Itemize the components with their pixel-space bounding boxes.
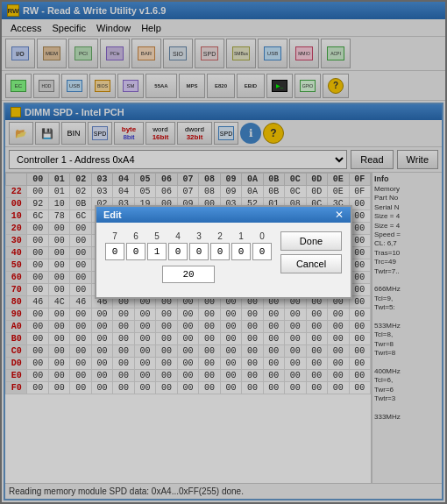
- bit-label: 4: [168, 231, 188, 241]
- bit-label: 5: [147, 231, 167, 241]
- dialog-title-bar: Edit ✕: [96, 207, 351, 223]
- bit-label: 2: [210, 231, 230, 241]
- dialog-title-text: Edit: [103, 209, 122, 220]
- value-input[interactable]: 20: [162, 266, 215, 283]
- bit-cell[interactable]: 1: [147, 243, 167, 260]
- value-input-container: 20: [105, 266, 272, 283]
- bit-cell[interactable]: 0: [210, 243, 230, 260]
- dialog-inner: 76543210 00100000 20 Done Cancel: [96, 223, 351, 297]
- bit-cell[interactable]: 0: [231, 243, 251, 260]
- dialog-close-btn[interactable]: ✕: [335, 209, 344, 220]
- bit-cell[interactable]: 0: [168, 243, 188, 260]
- bit-headers: 76543210: [105, 231, 272, 241]
- bit-label: 7: [105, 231, 124, 241]
- edit-dialog: Edit ✕ 76543210 00100000 20 Done Cancel: [95, 205, 352, 299]
- bit-cell[interactable]: 0: [189, 243, 209, 260]
- bit-label: 3: [189, 231, 209, 241]
- bit-cell[interactable]: 0: [126, 243, 145, 260]
- bit-cell[interactable]: 0: [252, 243, 272, 260]
- bit-label: 0: [252, 231, 272, 241]
- bit-label: 1: [231, 231, 251, 241]
- cancel-btn[interactable]: Cancel: [280, 254, 342, 273]
- edit-dialog-overlay: Edit ✕ 76543210 00100000 20 Done Cancel: [2, 2, 445, 502]
- bit-label: 6: [126, 231, 145, 241]
- bit-values-row: 00100000: [105, 243, 272, 260]
- dialog-buttons: Done Cancel: [280, 231, 342, 273]
- done-btn[interactable]: Done: [280, 231, 342, 251]
- bit-cell[interactable]: 0: [105, 243, 124, 260]
